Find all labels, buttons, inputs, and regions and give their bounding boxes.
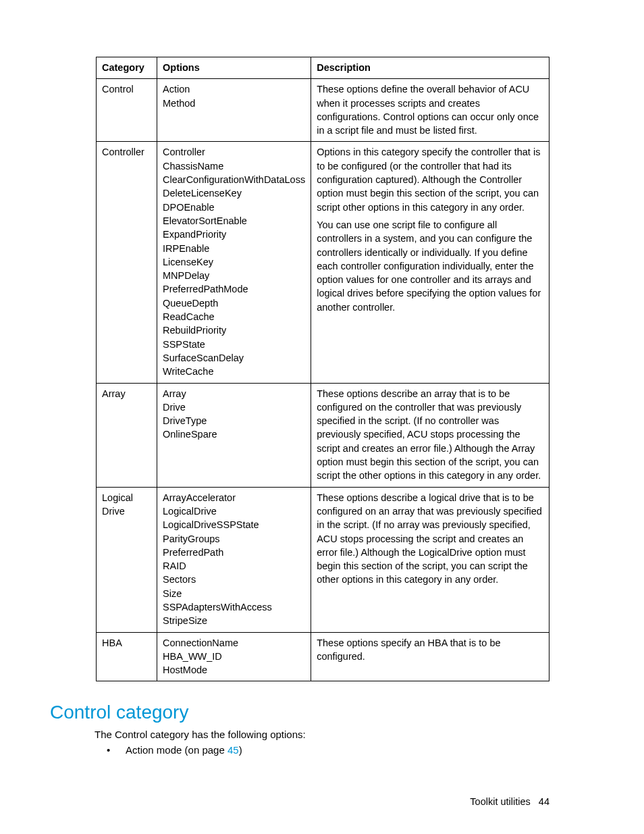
option-item: StripeSize [163, 614, 305, 627]
description-paragraph: These options describe a logical drive t… [317, 492, 542, 585]
table-row: ControlActionMethodThese options define … [97, 79, 549, 142]
option-item: ConnectionName [163, 636, 305, 650]
cell-options: ArrayAcceleratorLogicalDriveLogicalDrive… [157, 487, 311, 632]
option-item: MNPDelay [163, 269, 305, 282]
options-table: Category Options Description ControlActi… [96, 57, 549, 681]
table-row: Logical DriveArrayAcceleratorLogicalDriv… [97, 487, 549, 632]
cell-description: These options define the overall behavio… [311, 79, 549, 142]
option-item: Method [163, 97, 305, 110]
option-item: HBA_WW_ID [163, 650, 305, 663]
option-item: HostMode [163, 663, 305, 677]
bullet-text-prefix: Action mode (on page [126, 744, 227, 756]
option-item: LogicalDrive [163, 504, 305, 518]
option-item: PreferredPath [163, 546, 305, 559]
option-item: Controller [163, 145, 305, 159]
option-item: RebuildPriority [163, 323, 305, 337]
cell-options: ArrayDriveDriveTypeOnlineSpare [157, 383, 311, 487]
cell-options: ControllerChassisNameClearConfigurationW… [157, 142, 311, 383]
table-row: ArrayArrayDriveDriveTypeOnlineSpareThese… [97, 383, 549, 487]
option-item: RAID [163, 559, 305, 573]
option-item: DPOEnable [163, 201, 305, 214]
cell-description: Options in this category specify the con… [311, 142, 549, 383]
table-row: ControllerControllerChassisNameClearConf… [97, 142, 549, 383]
cell-category: Control [97, 79, 157, 142]
option-item: ParityGroups [163, 532, 305, 546]
cell-category: HBA [97, 632, 157, 681]
option-item: IRPEnable [163, 242, 305, 255]
option-item: Array [163, 387, 305, 400]
page-footer: Toolkit utilities 44 [470, 796, 549, 807]
option-item: PreferredPathMode [163, 282, 305, 296]
cell-options: ConnectionNameHBA_WW_IDHostMode [157, 632, 311, 681]
option-item: WriteCache [163, 365, 305, 378]
section-heading-control-category: Control category [50, 702, 549, 723]
option-item: ExpandPriority [163, 228, 305, 241]
option-item: Drive [163, 400, 305, 414]
footer-label: Toolkit utilities [470, 796, 530, 807]
option-item: OnlineSpare [163, 427, 305, 441]
option-item: ArrayAccelerator [163, 491, 305, 504]
section-intro: The Control category has the following o… [95, 729, 549, 740]
option-item: Action [163, 82, 305, 96]
table-header-row: Category Options Description [97, 57, 549, 79]
cell-category: Logical Drive [97, 487, 157, 632]
table-row: HBAConnectionNameHBA_WW_IDHostModeThese … [97, 632, 549, 681]
cell-description: These options describe an array that is … [311, 383, 549, 487]
option-item: ClearConfigurationWithDataLoss [163, 173, 305, 186]
cell-options: ActionMethod [157, 79, 311, 142]
option-item: DriveType [163, 414, 305, 427]
option-item: SSPState [163, 338, 305, 351]
cell-category: Array [97, 383, 157, 487]
header-category: Category [97, 57, 157, 79]
page-link[interactable]: 45 [227, 744, 239, 756]
option-item: ChassisName [163, 159, 305, 173]
description-paragraph: These options describe an array that is … [317, 388, 541, 481]
option-item: LicenseKey [163, 255, 305, 269]
option-item: ElevatorSortEnable [163, 214, 305, 228]
option-item: SurfaceScanDelay [163, 351, 305, 365]
option-item: LogicalDriveSSPState [163, 518, 305, 531]
footer-page-number: 44 [539, 796, 549, 807]
cell-description: These options describe a logical drive t… [311, 487, 549, 632]
description-paragraph: These options define the overall behavio… [317, 84, 539, 136]
option-item: DeleteLicenseKey [163, 186, 305, 200]
bullet-text-suffix: ) [239, 744, 242, 756]
description-paragraph: These options specify an HBA that is to … [317, 637, 500, 662]
header-options: Options [157, 57, 311, 79]
header-description: Description [311, 57, 549, 79]
option-item: SSPAdaptersWithAccess [163, 600, 305, 614]
list-item: Action mode (on page 45) [95, 744, 549, 756]
description-paragraph: You can use one script file to configure… [317, 219, 541, 313]
cell-category: Controller [97, 142, 157, 383]
cell-description: These options specify an HBA that is to … [311, 632, 549, 681]
option-item: ReadCache [163, 310, 305, 323]
option-item: Size [163, 587, 305, 600]
option-item: QueueDepth [163, 296, 305, 310]
description-paragraph: Options in this category specify the con… [317, 147, 540, 212]
option-item: Sectors [163, 573, 305, 586]
